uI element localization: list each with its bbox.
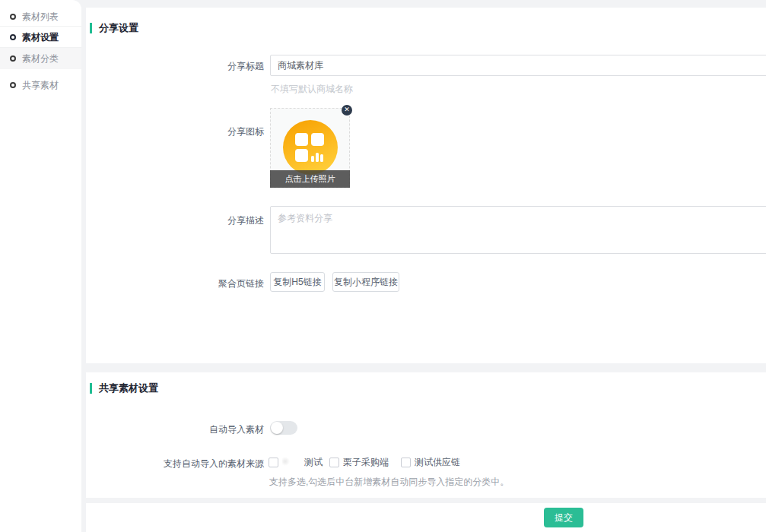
circle-icon [10,14,16,20]
import-sources-helper: 支持多选,勾选后中台新增素材自动同步导入指定的分类中。 [269,476,509,489]
footer-bar: 提交 [86,503,766,532]
aggregate-link-label: 聚合页链接 [86,277,264,290]
auto-import-label: 自动导入素材 [86,423,264,436]
sidebar-item-label: 共享素材 [22,79,59,92]
accent-bar-icon [90,383,92,394]
section-title: 共享素材设置 [99,382,158,395]
circle-icon [10,82,16,88]
checkbox-label: 测试供应链 [415,456,460,469]
section-header: 共享素材设置 [90,382,158,395]
sidebar: 素材列表 素材设置 素材分类 共享素材 [0,0,81,532]
sidebar-item-material-settings[interactable]: 素材设置 [0,27,81,48]
copy-miniprogram-link-button[interactable]: 复制小程序链接 [332,272,399,292]
close-icon[interactable]: ✕ [342,105,352,116]
sidebar-item-label: 素材设置 [22,31,59,44]
checkbox-label: 栗子采购端 [343,456,389,469]
circle-icon [10,34,16,40]
source-checkbox-lizi[interactable]: 栗子采购端 [329,456,389,468]
share-desc-textarea[interactable] [270,206,766,254]
share-title-label: 分享标题 [86,60,264,73]
checkbox-icon [329,458,339,467]
accent-bar-icon [90,23,92,33]
upload-hint: 点击上传照片 [270,170,350,188]
shared-material-settings-card: 共享素材设置 自动导入素材 支持自动导入的素材来源 测试 栗子采购端 测试供应链… [86,372,766,498]
icon-upload-box[interactable]: 点击上传照片 ✕ [270,108,350,188]
auto-import-toggle[interactable] [270,421,297,435]
sidebar-item-label: 素材列表 [22,11,59,24]
sidebar-item-material-category[interactable]: 素材分类 [0,48,81,69]
share-title-helper: 不填写默认商城名称 [271,83,353,96]
checkbox-icon [401,458,411,467]
sidebar-item-shared-material[interactable]: 共享素材 [0,74,81,96]
sidebar-item-label: 素材分类 [22,52,59,65]
circle-icon [10,55,16,62]
import-sources-label: 支持自动导入的素材来源 [86,458,264,470]
share-desc-label: 分享描述 [86,214,264,227]
section-header: 分享设置 [90,21,138,35]
share-settings-card: 分享设置 分享标题 不填写默认商城名称 分享图标 [86,8,766,363]
toggle-knob [271,422,283,434]
redacted-text [282,456,304,467]
submit-button[interactable]: 提交 [544,508,583,527]
checkbox-icon [269,458,278,467]
share-title-input[interactable] [270,55,766,76]
checkbox-label: 测试 [304,457,323,467]
page: 素材列表 素材设置 素材分类 共享素材 分享设置 分享标题 不填写默认商城名称 … [0,0,766,532]
source-checkbox-supplychain[interactable]: 测试供应链 [401,456,460,468]
sidebar-item-material-list[interactable]: 素材列表 [0,6,81,27]
app-grid-icon [282,119,339,176]
source-checkbox-test[interactable]: 测试 [269,456,323,468]
share-icon-label: 分享图标 [86,125,264,138]
copy-h5-link-button[interactable]: 复制H5链接 [270,272,325,292]
section-title: 分享设置 [99,21,138,35]
